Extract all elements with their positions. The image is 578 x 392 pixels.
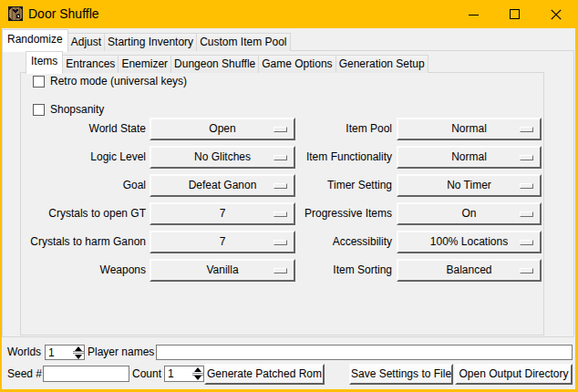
shopsanity-checkbox-row[interactable]: Shopsanity <box>33 104 104 116</box>
crystals-gt-label: Crystals to open GT <box>20 202 146 225</box>
maximize-button[interactable] <box>494 0 535 28</box>
item-functionality-dropdown[interactable]: Normal <box>397 146 542 169</box>
count-spin-up-button[interactable] <box>192 366 203 374</box>
tab-generation-setup[interactable]: Generation Setup <box>335 55 428 73</box>
shopsanity-label: Shopsanity <box>50 104 104 116</box>
count-spinbox <box>164 366 204 382</box>
dropdown-indicator-icon <box>520 183 533 189</box>
dropdown-indicator-icon <box>520 268 533 273</box>
timer-setting-dropdown[interactable]: No Timer <box>397 174 542 197</box>
worlds-label: Worlds <box>7 345 41 360</box>
seed-input[interactable] <box>43 366 129 382</box>
close-icon <box>551 9 562 20</box>
crystals-ganon-label: Crystals to harm Ganon <box>20 231 146 253</box>
tab-items[interactable]: Items <box>26 51 63 74</box>
up-arrow-icon <box>75 346 82 351</box>
item-sorting-label: Item Sorting <box>264 259 392 282</box>
up-arrow-icon <box>194 367 201 372</box>
accessibility-value: 100% Locations <box>430 235 508 248</box>
timer-setting-label: Timer Setting <box>264 174 392 197</box>
dungeon-door-icon <box>8 6 23 21</box>
item-sorting-value: Balanced <box>446 263 491 276</box>
accessibility-label: Accessibility <box>264 231 392 253</box>
logic-level-label: Logic Level <box>20 146 146 169</box>
tab-dungeon-shuffle[interactable]: Dungeon Shuffle <box>170 55 259 73</box>
tab-adjust[interactable]: Adjust <box>67 33 105 51</box>
maximize-icon <box>510 9 520 19</box>
weapons-label: Weapons <box>20 259 146 282</box>
worlds-spin-up-button[interactable] <box>73 346 84 352</box>
retro-mode-checkbox-row[interactable]: Retro mode (universal keys) <box>33 76 187 88</box>
count-input[interactable] <box>165 366 192 381</box>
save-settings-button[interactable]: Save Settings to File <box>349 364 453 385</box>
down-arrow-icon <box>194 376 201 380</box>
tab-randomize[interactable]: Randomize <box>2 29 68 52</box>
world-state-label: World State <box>20 118 146 140</box>
world-state-value: Open <box>209 122 235 135</box>
logic-level-value: No Glitches <box>194 150 251 163</box>
item-pool-label: Item Pool <box>264 118 392 140</box>
dropdown-indicator-icon <box>520 211 533 217</box>
dropdown-indicator-icon <box>520 155 533 160</box>
worlds-spinbox <box>45 345 85 360</box>
retro-mode-label: Retro mode (universal keys) <box>50 76 187 88</box>
item-functionality-label: Item Functionality <box>264 146 392 169</box>
tab-custom-item-pool[interactable]: Custom Item Pool <box>196 33 290 51</box>
accessibility-dropdown[interactable]: 100% Locations <box>397 231 542 253</box>
crystals-gt-value: 7 <box>220 207 226 220</box>
item-sorting-dropdown[interactable]: Balanced <box>397 259 542 282</box>
down-arrow-icon <box>75 355 82 359</box>
count-label: Count <box>132 366 161 382</box>
progressive-items-dropdown[interactable]: On <box>397 202 542 225</box>
open-output-directory-button[interactable]: Open Output Directory <box>455 364 573 385</box>
seed-label: Seed # <box>7 366 42 382</box>
window-title: Door Shuffle <box>28 0 99 28</box>
weapons-value: Vanilla <box>206 263 238 276</box>
dropdown-indicator-icon <box>520 240 533 245</box>
shopsanity-checkbox[interactable] <box>33 104 45 116</box>
worlds-spin-down-button[interactable] <box>73 353 84 359</box>
item-pool-value: Normal <box>451 122 487 135</box>
crystals-ganon-value: 7 <box>220 235 226 248</box>
inner-tab-bar: Items Entrances Enemizer Dungeon Shuffle… <box>26 50 428 73</box>
progressive-items-label: Progressive Items <box>264 202 392 225</box>
tab-starting-inventory[interactable]: Starting Inventory <box>104 33 197 51</box>
progressive-items-value: On <box>461 207 476 220</box>
generate-patched-rom-button[interactable]: Generate Patched Rom <box>204 364 325 385</box>
goal-label: Goal <box>20 174 146 197</box>
tab-game-options[interactable]: Game Options <box>258 55 335 73</box>
tab-entrances[interactable]: Entrances <box>62 55 119 73</box>
outer-tab-bar: Randomize Adjust Starting Inventory Cust… <box>2 28 291 51</box>
player-names-label: Player names <box>88 345 154 360</box>
dropdown-indicator-icon <box>520 127 533 132</box>
minimize-icon <box>469 15 479 15</box>
goal-value: Defeat Ganon <box>189 179 257 191</box>
tab-enemizer[interactable]: Enemizer <box>118 55 171 73</box>
worlds-input[interactable] <box>46 346 73 359</box>
item-functionality-value: Normal <box>451 150 487 163</box>
item-pool-dropdown[interactable]: Normal <box>397 118 542 140</box>
app-window: Door Shuffle Randomize Adjust Starting I… <box>0 0 578 392</box>
count-spin-down-button[interactable] <box>192 375 203 382</box>
dialog-content: Randomize Adjust Starting Inventory Cust… <box>2 28 575 389</box>
retro-mode-checkbox[interactable] <box>33 76 45 88</box>
minimize-button[interactable] <box>453 0 494 28</box>
timer-setting-value: No Timer <box>447 179 491 191</box>
player-names-input[interactable] <box>156 345 573 360</box>
titlebar[interactable]: Door Shuffle <box>0 0 578 28</box>
close-button[interactable] <box>535 0 576 28</box>
